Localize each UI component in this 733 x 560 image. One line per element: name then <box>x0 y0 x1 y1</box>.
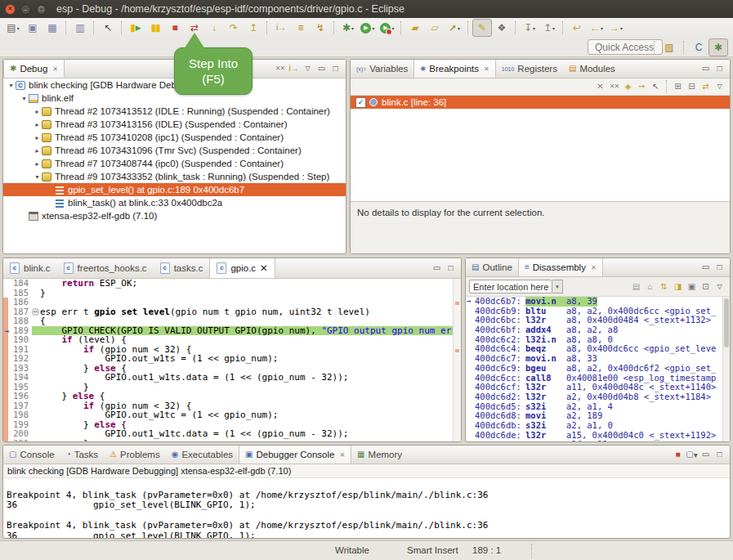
display-selected-console-icon[interactable]: ▢▾ <box>685 448 699 462</box>
debug-perspective-icon[interactable]: ✱ <box>708 38 728 56</box>
code-line[interactable]: 200 GPIO.out1_w1tc.data = (1 << (gpio_nu… <box>3 429 461 439</box>
close-tab-icon[interactable]: ✕ <box>339 451 345 459</box>
editor-tab-freertos-hooks-c[interactable]: cfreertos_hooks.c <box>57 258 154 278</box>
restart-icon[interactable]: ↯ <box>311 19 330 37</box>
debug-tab-debug[interactable]: ✱Debug✕ <box>3 60 65 78</box>
run-icon-caret[interactable]: ▾ <box>372 25 374 31</box>
collapsed-arrow-icon[interactable]: ▸ <box>33 121 42 128</box>
pin-icon[interactable]: ⊡ <box>699 280 713 293</box>
editor-tab-blink-c[interactable]: cblink.c <box>3 258 57 278</box>
minimize-icon[interactable]: ▭ <box>315 62 329 76</box>
expanded-arrow-icon[interactable]: ▾ <box>33 173 42 181</box>
code-line[interactable]: 195 } <box>3 383 461 392</box>
editor-overview-ruler[interactable] <box>453 279 461 442</box>
code-line[interactable]: 189 GPIO_CHECK(GPIO_IS_VALID_OUTPUT_GPIO… <box>3 326 461 336</box>
collapsed-arrow-icon[interactable]: ▸ <box>33 134 42 141</box>
maximize-icon[interactable]: □ <box>713 448 726 462</box>
maximize-icon[interactable]: □ <box>329 62 342 76</box>
maximize-icon[interactable]: □ <box>713 261 726 275</box>
mark-occurrences-icon[interactable]: ✎ <box>472 19 492 37</box>
remove-all-terminated-icon[interactable]: ✕✕ <box>273 62 287 76</box>
sync-with-active-context-icon[interactable]: ⇅ <box>657 280 671 293</box>
scrollbar-thumb[interactable] <box>724 298 729 347</box>
external-tools-icon[interactable]: ➚▾ <box>445 19 464 37</box>
maximize-window-button[interactable]: ▢ <box>36 4 47 15</box>
console-output[interactable]: Breakpoint 4, blink_task (pvParameter=0x… <box>3 478 730 539</box>
back-icon[interactable]: ←▾ <box>587 19 606 37</box>
resume-icon[interactable]: ▮▶ <box>126 19 145 37</box>
back-icon-caret[interactable]: ▾ <box>601 25 603 31</box>
expanded-arrow-icon[interactable]: ▾ <box>7 82 16 89</box>
forward-icon[interactable]: →▾ <box>606 19 626 37</box>
code-line[interactable]: 197 if (gpio_num < 32) { <box>3 401 461 411</box>
disassembly-line[interactable]: mov.na14, a11 <box>466 440 730 442</box>
debug-icon-caret[interactable]: ▾ <box>351 25 354 31</box>
skip-all-breakpoints-icon[interactable]: ↖ <box>98 19 118 37</box>
close-tab-icon[interactable]: ✕ <box>260 262 268 274</box>
close-window-button[interactable]: ✕ <box>5 4 16 15</box>
maximize-icon[interactable]: □ <box>444 262 458 276</box>
cpp-perspective-icon[interactable]: C <box>689 38 708 56</box>
new-wizard-icon-caret[interactable]: ▾ <box>17 25 20 31</box>
disassembly-listing[interactable]: →400dc6b7:movi.na8, 39400dc6b9:bltua8, a… <box>466 297 730 442</box>
console-tab-executables[interactable]: ◉Executables <box>166 446 239 464</box>
terminate-icon[interactable]: ■ <box>165 19 185 37</box>
open-resource-icon[interactable]: ▱ <box>425 19 445 37</box>
stack-frame-selected[interactable]: gpio_set_level() at gpio.c:189 0x400dc6b… <box>3 183 346 196</box>
remove-breakpoint-icon[interactable]: ✕ <box>593 80 607 94</box>
collapsed-arrow-icon[interactable]: ▸ <box>33 108 42 115</box>
view-menu-icon[interactable]: ▽ <box>301 62 315 76</box>
code-line[interactable]: 199 } else { <box>3 420 461 430</box>
code-line[interactable]: 185} <box>3 289 461 298</box>
code-line[interactable]: 198 GPIO.out_w1tc = (1 << gpio_num); <box>3 410 461 420</box>
code-line[interactable]: 193 } else { <box>3 364 461 374</box>
save-as-icon[interactable]: ▥ <box>70 19 90 37</box>
tree-row[interactable]: ▸Thread #2 1073413512 (IDLE : Running) (… <box>3 105 346 118</box>
last-edit-location-icon[interactable]: ↩ <box>567 19 587 37</box>
show-breakpoints-for-selection-icon[interactable]: ◈ <box>621 80 635 94</box>
code-line[interactable]: 192 GPIO.out_w1ts = (1 << gpio_num); <box>3 354 461 364</box>
bp-tab-registers[interactable]: 1010Registers <box>496 60 563 78</box>
console-tab-debugger-console[interactable]: ▣Debugger Console✕ <box>239 446 351 464</box>
run-icon[interactable]: ▶▾ <box>358 19 378 37</box>
skip-all-breakpoints-icon[interactable]: ↖ <box>649 80 663 94</box>
console-tab-memory[interactable]: ▦Memory <box>351 446 408 464</box>
code-line[interactable]: 188{ <box>3 316 461 326</box>
annotations-icon[interactable]: ❖ <box>492 19 512 37</box>
view-menu-icon[interactable]: ▽ <box>713 280 726 293</box>
refresh-icon[interactable]: ▤ <box>629 280 643 293</box>
maximize-icon[interactable]: □ <box>713 62 726 76</box>
remove-all-breakpoints-icon[interactable]: ✕✕ <box>607 80 621 94</box>
minimize-icon[interactable]: ▭ <box>430 262 444 276</box>
code-line[interactable]: 196 } else { <box>3 392 461 401</box>
tree-row[interactable]: ▸Thread #5 1073410208 (ipc1) (Suspended … <box>3 131 346 144</box>
debug-icon[interactable]: ✱▾ <box>338 19 358 37</box>
code-line[interactable]: 187esp_err_t gpio_set_level(gpio_num_t g… <box>3 307 461 317</box>
save-icon[interactable]: ▣ <box>23 19 42 37</box>
editor-tab-gpio-c[interactable]: cgpio.c✕ <box>209 258 275 278</box>
forward-icon-caret[interactable]: ▾ <box>620 25 623 31</box>
open-element-icon[interactable]: ▰ <box>405 19 425 37</box>
tree-row[interactable]: ▸Thread #3 1073413156 (IDLE) (Suspended … <box>3 118 346 131</box>
close-tab-icon[interactable]: ✕ <box>52 65 58 73</box>
code-line[interactable]: 191 if (gpio_num < 32) { <box>3 345 461 355</box>
new-wizard-icon[interactable]: ▤▾ <box>3 19 23 37</box>
disassembly-scrollbar[interactable] <box>722 297 730 442</box>
save-all-icon[interactable]: ▦ <box>42 19 62 37</box>
tree-row[interactable]: blink_task() at blink.c:33 0x400dbc2a <box>3 196 346 209</box>
previous-annotation-icon-caret[interactable]: ▾ <box>552 25 555 31</box>
breakpoint-checkbox[interactable]: ✓ <box>355 97 366 108</box>
code-editor[interactable]: 184 return ESP_OK;185}186187esp_err_t gp… <box>3 279 461 442</box>
minimize-icon[interactable]: ▭ <box>699 261 713 275</box>
collapse-all-icon[interactable]: ⊟ <box>685 80 699 94</box>
code-line[interactable]: 201 } <box>3 439 461 443</box>
suspend-icon[interactable]: ▮▮ <box>145 19 165 37</box>
minimize-icon[interactable]: ▭ <box>699 62 713 76</box>
editor-tab-tasks-c[interactable]: ctasks.c <box>154 258 210 278</box>
location-dropdown-icon[interactable]: ▼ <box>552 280 563 293</box>
tree-row[interactable]: ▾Thread #9 1073433352 (blink_task : Runn… <box>3 170 346 183</box>
tree-row[interactable]: ▾blink.elf <box>3 92 346 105</box>
code-line[interactable]: 184 return ESP_OK; <box>3 279 461 289</box>
dis-tab-outline[interactable]: ▤Outline <box>466 258 518 276</box>
view-menu-icon[interactable]: ▽ <box>713 80 726 94</box>
